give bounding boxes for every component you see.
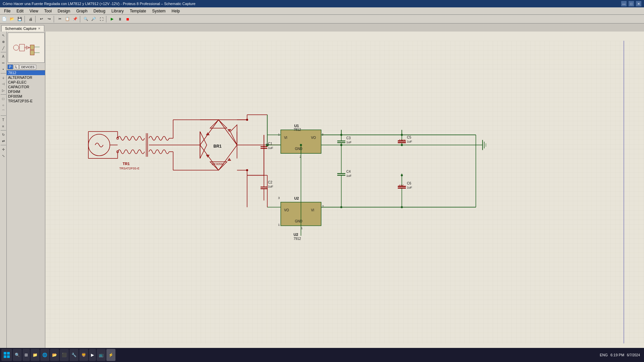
svg-text:U2: U2 [294, 196, 299, 200]
redo-button[interactable]: ↪ [45, 15, 53, 23]
proteus-button[interactable]: ⚡ [106, 349, 115, 361]
taskbar: 🔍 ⊞ 📁 🌐 📂 ⬛ 🔧 🦁 ▶ 📺 ⚡ ENG 6:19 PM 6/7/20… [0, 348, 644, 362]
ltb-sep3 [1, 94, 6, 95]
edge-button[interactable]: 🌐 [40, 349, 49, 361]
media-button[interactable]: ▶ [89, 349, 96, 361]
print-button[interactable]: 🖨 [27, 15, 34, 23]
svg-text:C6: C6 [407, 182, 411, 185]
svg-text:C2: C2 [268, 180, 272, 184]
port-tool[interactable]: ▷ [0, 87, 6, 93]
tab-close-icon[interactable]: ✕ [38, 27, 41, 30]
svg-text:C4: C4 [346, 170, 351, 173]
bus-tool[interactable]: ═ [0, 60, 6, 66]
svg-text:VO: VO [284, 208, 289, 212]
run-button[interactable]: ▶ [108, 15, 116, 23]
zoom-out-button[interactable]: 🔎 [90, 15, 97, 23]
svg-rect-10 [45, 41, 644, 343]
svg-text:BR1: BR1 [213, 144, 221, 149]
svg-text:7812: 7812 [294, 128, 301, 132]
menu-library[interactable]: Library [109, 8, 127, 14]
device-item-df04m[interactable]: DF04M [7, 89, 45, 94]
power-tool[interactable]: ⏚ [0, 74, 6, 81]
menu-design[interactable]: Design [55, 8, 73, 14]
menu-system[interactable]: System [149, 8, 168, 14]
lang-indicator: ENG [600, 353, 608, 357]
junction-tool[interactable]: • [0, 66, 6, 72]
files-button[interactable]: 📂 [50, 349, 59, 361]
svg-text:VO: VO [311, 136, 316, 140]
move-tool[interactable]: ✛ [0, 146, 6, 152]
toolbar1: 📄 📂 💾 🖨 ↩ ↪ ✂ 📋 📌 🔍 🔎 ⛶ ▶ ⏸ ⏹ [0, 15, 644, 23]
arc-tool[interactable]: ⌒ [0, 108, 6, 114]
cut-button[interactable]: ✂ [56, 15, 63, 23]
menu-file[interactable]: File [1, 8, 13, 14]
stop-button[interactable]: ⏹ [124, 15, 131, 23]
search-button[interactable]: 🔍 [13, 349, 22, 361]
menu-help[interactable]: Help [169, 8, 183, 14]
close-button[interactable]: ✕ [636, 1, 641, 6]
menu-edit[interactable]: Edit [14, 8, 26, 14]
box-tool[interactable]: □ [0, 96, 6, 102]
zoom-fit-button[interactable]: ⛶ [98, 15, 105, 23]
windows-icon [3, 352, 10, 358]
ltb-sep4 [1, 115, 6, 116]
text-tool[interactable]: T [0, 117, 6, 123]
open-button[interactable]: 📂 [8, 15, 16, 23]
svg-text:1uF: 1uF [346, 141, 352, 144]
device-item-capacitor[interactable]: CAPACITOR [7, 85, 45, 89]
new-button[interactable]: 📄 [1, 15, 8, 23]
p-button[interactable]: P [7, 64, 13, 69]
task2-button[interactable]: 🔧 [69, 349, 79, 361]
devices-button[interactable]: DEVICES [19, 65, 36, 69]
ltb-sep6 [1, 145, 6, 145]
schematic-svg: TR1 TRSAT2P3S-E [45, 32, 644, 353]
device-item-7812[interactable]: 7812 [7, 70, 45, 75]
mirror-tool[interactable]: ⇄ [0, 138, 6, 144]
rotate-tool[interactable]: ↻ [0, 132, 6, 138]
device-item-trsat2p3s-e[interactable]: TRSAT2P3S-E [7, 99, 45, 103]
drag-tool[interactable]: ⤡ [0, 153, 6, 159]
date-display: 6/7/2024 [627, 353, 640, 357]
terminal-tool[interactable]: ⊣ [0, 81, 6, 87]
yt-button[interactable]: 📺 [97, 349, 106, 361]
copy-button[interactable]: 📋 [64, 15, 71, 23]
sep4 [80, 16, 81, 22]
svg-rect-176 [4, 352, 6, 355]
explorer-button[interactable]: 📁 [31, 349, 40, 361]
component-tool[interactable]: ⊕ [0, 39, 6, 45]
schematic-capture-tab[interactable]: Schematic Capture ✕ [1, 25, 44, 32]
undo-button[interactable]: ↩ [38, 15, 45, 23]
zoom-in-button[interactable]: 🔍 [82, 15, 90, 23]
device-item-alternator[interactable]: ALTERNATOR [7, 75, 45, 80]
svg-rect-179 [7, 355, 10, 358]
tab-label: Schematic Capture [5, 27, 37, 31]
label-tool[interactable]: A [0, 53, 6, 59]
svg-rect-177 [7, 352, 10, 355]
menu-graph[interactable]: Graph [73, 8, 90, 14]
side-panel: P L DEVICES 7812ALTERNATORCAP-ELECCAPACI… [7, 32, 45, 353]
maximize-button[interactable]: □ [629, 1, 634, 6]
symbol-tool[interactable]: ≡ [0, 123, 6, 129]
device-item-cap-elec[interactable]: CAP-ELEC [7, 80, 45, 85]
taskview-button[interactable]: ⊞ [22, 349, 30, 361]
device-list: 7812ALTERNATORCAP-ELECCAPACITORDF04MDF00… [7, 70, 45, 353]
start-button[interactable] [1, 349, 12, 361]
brave-button[interactable]: 🦁 [79, 349, 88, 361]
svg-text:1: 1 [301, 226, 303, 230]
menu-view[interactable]: View [27, 8, 41, 14]
menu-template[interactable]: Template [127, 8, 149, 14]
l-button[interactable]: L [14, 64, 19, 69]
cmd-button[interactable]: ⬛ [60, 349, 69, 361]
device-item-df005m[interactable]: DF005M [7, 94, 45, 99]
minimize-button[interactable]: — [621, 1, 627, 6]
canvas-area[interactable]: TR1 TRSAT2P3S-E [45, 32, 644, 353]
select-tool[interactable]: ↖ [0, 32, 6, 38]
save-button[interactable]: 💾 [16, 15, 23, 23]
wire-tool[interactable]: ╱ [0, 45, 6, 51]
circle-tool[interactable]: ○ [0, 102, 6, 108]
paste-button[interactable]: 📌 [71, 15, 79, 23]
svg-text:3: 3 [322, 133, 324, 136]
menu-tool[interactable]: Tool [42, 8, 54, 14]
pause-button[interactable]: ⏸ [116, 15, 123, 23]
menu-debug[interactable]: Debug [91, 8, 108, 14]
